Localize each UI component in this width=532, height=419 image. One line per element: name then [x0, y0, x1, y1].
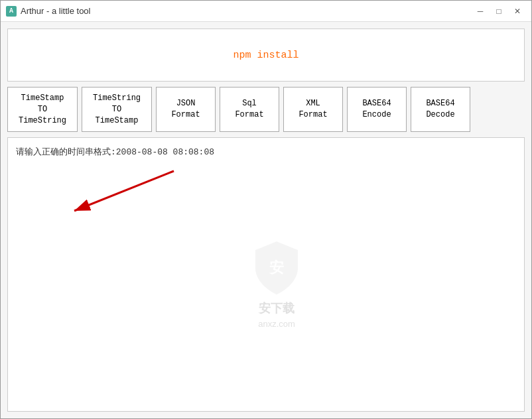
maximize-button[interactable]: □ [490, 5, 507, 18]
window-controls: ─ □ ✕ [472, 5, 526, 18]
watermark-sub-text: anxz.com [258, 319, 295, 329]
npm-area: npm install [7, 29, 525, 82]
tool-btn-base64-decode[interactable]: BASE64 Decode [411, 87, 470, 132]
npm-text: npm install [233, 50, 299, 61]
svg-line-1 [74, 171, 174, 211]
tool-btn-timestring-to-timestamp[interactable]: TimeString TO TimeStamp [82, 87, 152, 132]
tool-btn-timestamp-to-timestring[interactable]: TimeStamp TO TimeString [7, 87, 78, 132]
tool-btn-sql-format[interactable]: Sql Format [220, 87, 279, 132]
watermark: 安 安下载 anxz.com [250, 238, 303, 329]
toolbar: TimeStamp TO TimeStringTimeString TO Tim… [7, 87, 525, 132]
app-icon: A [6, 6, 17, 17]
close-button[interactable]: ✕ [509, 5, 526, 18]
svg-text:安: 安 [268, 259, 284, 276]
minimize-button[interactable]: ─ [472, 5, 489, 18]
window-content: npm install TimeStamp TO TimeStringTimeS… [1, 22, 531, 418]
watermark-main-text: 安下载 [259, 300, 295, 316]
tool-btn-json-format[interactable]: JSON Format [156, 87, 216, 132]
main-placeholder: 请输入正确的时间串格式:2008-08-08 08:08:08 [16, 146, 516, 158]
title-bar-left: A Arthur - a little tool [6, 6, 91, 17]
app-window: A Arthur - a little tool ─ □ ✕ npm insta… [0, 0, 532, 419]
title-bar: A Arthur - a little tool ─ □ ✕ [1, 1, 531, 22]
main-area[interactable]: 请输入正确的时间串格式:2008-08-08 08:08:08 安 [7, 137, 525, 412]
window-title: Arthur - a little tool [21, 6, 91, 16]
tool-btn-base64-encode[interactable]: BASE64 Encode [347, 87, 407, 132]
arrow-indicator [61, 164, 180, 227]
tool-btn-xml-format[interactable]: XML Format [283, 87, 343, 132]
